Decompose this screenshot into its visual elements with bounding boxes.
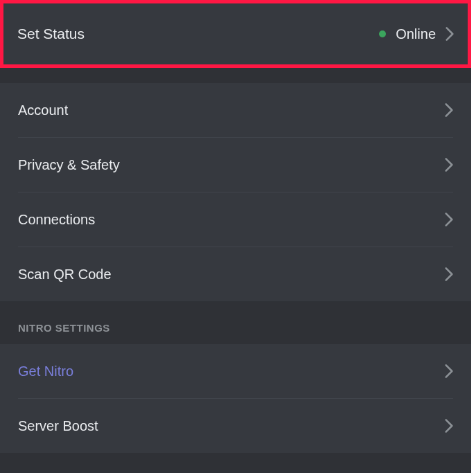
get-nitro-row[interactable]: Get Nitro xyxy=(0,344,471,398)
connections-label: Connections xyxy=(18,212,95,228)
chevron-right-icon xyxy=(445,267,453,281)
nitro-settings-header-text: NITRO SETTINGS xyxy=(18,322,110,334)
chevron-right-icon xyxy=(445,364,453,378)
account-row[interactable]: Account xyxy=(0,83,471,137)
chevron-right-icon xyxy=(445,213,453,226)
status-right-group: Online xyxy=(379,26,454,42)
nitro-settings-section: Get Nitro Server Boost xyxy=(0,344,471,453)
privacy-safety-label: Privacy & Safety xyxy=(18,157,120,173)
scan-qr-row[interactable]: Scan QR Code xyxy=(0,247,471,301)
status-value: Online xyxy=(396,26,436,42)
chevron-right-icon xyxy=(445,158,453,172)
scan-qr-label: Scan QR Code xyxy=(18,267,112,283)
get-nitro-label: Get Nitro xyxy=(18,364,73,379)
set-status-highlight: Set Status Online xyxy=(0,0,471,68)
server-boost-row[interactable]: Server Boost xyxy=(0,399,471,453)
nitro-settings-header: NITRO SETTINGS xyxy=(0,301,471,344)
chevron-right-icon xyxy=(445,103,453,117)
connections-row[interactable]: Connections xyxy=(0,192,471,247)
user-settings-section: Account Privacy & Safety Connections Sca… xyxy=(0,83,471,301)
chevron-right-icon xyxy=(445,419,453,433)
set-status-label: Set Status xyxy=(17,26,85,42)
online-status-dot-icon xyxy=(379,30,386,37)
account-label: Account xyxy=(18,102,68,118)
privacy-safety-row[interactable]: Privacy & Safety xyxy=(0,138,471,192)
set-status-row[interactable]: Set Status Online xyxy=(3,17,468,51)
chevron-right-icon xyxy=(446,27,454,41)
server-boost-label: Server Boost xyxy=(18,418,98,434)
section-spacer xyxy=(0,68,471,83)
